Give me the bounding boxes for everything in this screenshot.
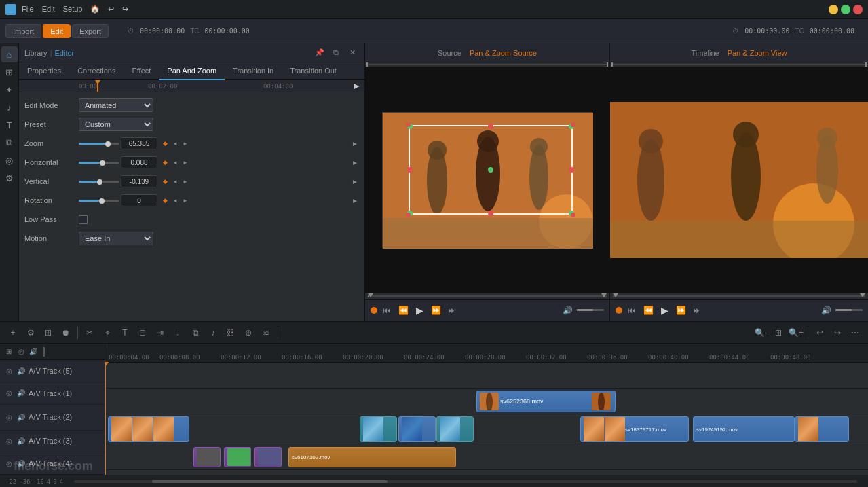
icon-redo[interactable]: ↪ xyxy=(122,5,128,14)
tl-grid-btn[interactable]: ⊞ xyxy=(41,325,56,340)
horizontal-prev-btn[interactable]: ◄ xyxy=(170,158,180,167)
edit-mode-dropdown[interactable]: Animated Static xyxy=(79,98,153,112)
zoom-keyframe-btn[interactable]: ◆ xyxy=(160,139,170,148)
horizontal-keyframe-btn[interactable]: ◆ xyxy=(160,158,170,167)
clip-track2-4[interactable] xyxy=(436,416,474,442)
icon-home[interactable]: 🏠 xyxy=(90,5,100,14)
track-master-icon[interactable]: ⊞ xyxy=(4,347,14,357)
edit-button[interactable]: Edit xyxy=(43,24,71,38)
tl-magnet-btn[interactable]: ⊕ xyxy=(241,325,256,340)
horizontal-slider[interactable] xyxy=(79,162,119,164)
editor-label[interactable]: Editor xyxy=(54,49,74,57)
vertical-expand-btn[interactable]: ► xyxy=(351,177,359,185)
source-volume-slider[interactable] xyxy=(577,309,604,311)
sidebar-camera-icon[interactable]: ◎ xyxy=(1,152,18,168)
rotation-value[interactable] xyxy=(121,194,157,206)
preset-dropdown[interactable]: Custom xyxy=(79,118,153,131)
timeline-play-btn[interactable]: ▶ xyxy=(658,304,671,317)
track-4-eye-icon[interactable]: ◎ xyxy=(4,458,14,468)
tl-undo-btn[interactable]: ↩ xyxy=(812,325,827,340)
tl-insert-btn[interactable]: ⇥ xyxy=(153,325,168,340)
clip-sv19249192[interactable]: sv19249192.mov xyxy=(693,416,795,442)
rotation-slider[interactable] xyxy=(79,200,119,202)
tab-corrections[interactable]: Corrections xyxy=(69,62,124,80)
timeline-next-frame-btn[interactable]: ⏭ xyxy=(690,304,704,317)
track-vol-icon[interactable]: 🔊 xyxy=(29,347,38,357)
tl-zoom-reset-btn[interactable]: ⊞ xyxy=(771,325,786,340)
vertical-value[interactable] xyxy=(121,175,157,187)
tl-text-btn[interactable]: T xyxy=(117,325,132,340)
close-button[interactable] xyxy=(853,5,863,14)
zoom-expand-btn[interactable]: ► xyxy=(351,139,359,147)
minimize-button[interactable] xyxy=(829,5,838,14)
source-scrubber[interactable] xyxy=(365,293,609,299)
tl-overwrite-btn[interactable]: ⧉ xyxy=(188,325,203,340)
horizontal-next-btn[interactable]: ► xyxy=(181,158,190,167)
vertical-prev-btn[interactable]: ◄ xyxy=(170,177,180,186)
clip-track2-3[interactable] xyxy=(398,416,436,442)
rotation-prev-btn[interactable]: ◄ xyxy=(170,196,180,205)
sidebar-settings-icon[interactable]: ⚙ xyxy=(1,170,18,186)
tl-split-btn[interactable]: ⌖ xyxy=(100,325,115,340)
tl-ripple-btn[interactable]: ≋ xyxy=(259,325,273,340)
timeline-volume-btn[interactable]: 🔊 xyxy=(819,304,833,317)
rotation-next-btn[interactable]: ► xyxy=(181,196,190,205)
tab-transition-out[interactable]: Transition Out xyxy=(282,62,345,80)
menu-file[interactable]: File xyxy=(22,5,34,14)
clip-track3-1[interactable] xyxy=(193,447,221,467)
timeline-ff-btn[interactable]: ⏩ xyxy=(674,304,687,317)
library-label[interactable]: Library xyxy=(24,49,48,57)
source-play-btn[interactable]: ▶ xyxy=(413,304,426,317)
tab-properties[interactable]: Properties xyxy=(19,62,69,80)
low-pass-checkbox[interactable] xyxy=(79,215,88,224)
tl-more-btn[interactable]: ⋯ xyxy=(848,325,863,340)
playhead[interactable] xyxy=(105,363,106,475)
export-button[interactable]: Export xyxy=(72,24,109,38)
track-mute-icon[interactable]: ◎ xyxy=(16,347,26,357)
clip-sv18379717[interactable]: sv18379717.mov xyxy=(580,416,689,442)
source-ff-btn[interactable]: ⏩ xyxy=(429,304,442,317)
clip-track2-far[interactable] xyxy=(795,416,849,442)
vertical-keyframe-btn[interactable]: ◆ xyxy=(160,177,170,186)
import-button[interactable]: Import xyxy=(5,24,41,38)
mini-play-btn[interactable]: ▶ xyxy=(354,82,359,90)
tl-link-btn[interactable]: ⛓ xyxy=(223,325,238,340)
sidebar-text-icon[interactable]: T xyxy=(1,117,18,133)
track-3-vol-icon[interactable]: 🔊 xyxy=(16,436,26,446)
panel-pin-icon[interactable]: 📌 xyxy=(313,46,326,60)
track-2-eye-icon[interactable]: ◎ xyxy=(4,412,14,422)
tl-redo-btn[interactable]: ↪ xyxy=(830,325,845,340)
tl-cut-btn[interactable]: ✂ xyxy=(82,325,97,340)
sidebar-layer-icon[interactable]: ⧉ xyxy=(1,134,18,151)
timeline-rewind-btn[interactable]: ⏪ xyxy=(641,304,655,317)
clip-track3-2[interactable] xyxy=(224,447,251,467)
icon-undo[interactable]: ↩ xyxy=(108,5,114,14)
horizontal-value[interactable] xyxy=(121,156,157,168)
clip-track2-2[interactable] xyxy=(360,416,397,442)
zoom-slider[interactable] xyxy=(79,143,119,145)
motion-dropdown[interactable]: Ease In Linear Ease Out xyxy=(79,232,153,245)
zoom-value[interactable] xyxy=(121,137,157,149)
sidebar-audio-icon[interactable]: ♪ xyxy=(1,99,18,115)
track-5-row[interactable] xyxy=(105,363,868,389)
track-3-row[interactable]: sv6107102.mov xyxy=(105,444,868,470)
tl-down-btn[interactable]: ↓ xyxy=(170,325,185,340)
timeline-viewport[interactable] xyxy=(610,67,868,293)
vertical-slider[interactable] xyxy=(79,181,119,183)
menu-bar[interactable]: File Edit Setup 🏠 ↩ ↪ xyxy=(22,5,128,14)
tl-zoom-in-btn[interactable]: 🔍+ xyxy=(789,325,804,340)
clip-sv6252368[interactable]: sv6252368.mov xyxy=(476,391,616,412)
window-controls[interactable] xyxy=(829,5,863,14)
tl-record-btn[interactable]: ⏺ xyxy=(58,325,73,340)
track-4-row[interactable] xyxy=(105,470,868,475)
timeline-prev-frame-btn[interactable]: ⏮ xyxy=(625,304,639,317)
track-2-row[interactable]: sv18379717.mov sv19249192.mov xyxy=(105,414,868,444)
clip-sv6107102[interactable]: sv6107102.mov xyxy=(288,447,456,467)
sidebar-search-icon[interactable]: ⊞ xyxy=(1,64,18,80)
pan-zoom-view-label[interactable]: Pan & Zoom View xyxy=(728,49,787,57)
source-label[interactable]: Source xyxy=(438,49,461,57)
tab-transition-in[interactable]: Transition In xyxy=(225,62,282,80)
timeline-scrubber[interactable] xyxy=(610,293,868,299)
pan-zoom-source-label[interactable]: Pan & Zoom Source xyxy=(470,49,537,57)
track-1-eye-icon[interactable]: ◎ xyxy=(4,389,14,398)
